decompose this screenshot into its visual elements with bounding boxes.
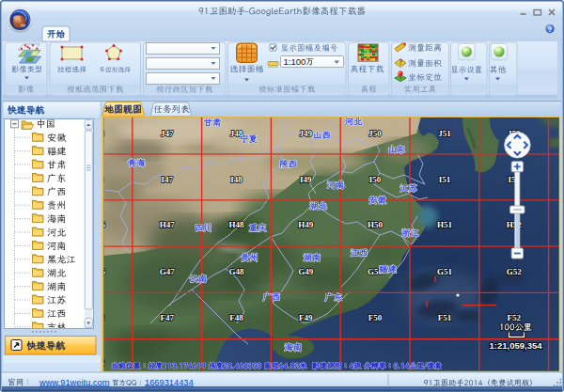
svg-text:G49: G49 <box>298 267 314 276</box>
svg-text:J47: J47 <box>161 129 174 138</box>
svg-text:I48: I48 <box>230 175 243 184</box>
svg-text:F48: F48 <box>229 313 243 322</box>
svg-text:F52: F52 <box>507 313 521 322</box>
svg-text:J49: J49 <box>300 129 313 138</box>
svg-text:1:21,059,354: 1:21,059,354 <box>490 340 543 351</box>
svg-text:H50: H50 <box>368 220 384 229</box>
svg-text:H48: H48 <box>228 220 244 229</box>
svg-text:H51: H51 <box>437 220 453 229</box>
svg-text:1:100: 1:100 <box>284 56 306 67</box>
svg-text:I51: I51 <box>439 175 451 184</box>
svg-text:F49: F49 <box>299 313 313 322</box>
svg-text:H47: H47 <box>160 220 176 229</box>
svg-text:J50: J50 <box>368 129 382 138</box>
svg-text:F47: F47 <box>160 313 174 322</box>
svg-text:G52: G52 <box>507 267 523 276</box>
svg-text:?: ? <box>548 25 553 34</box>
svg-text:J51: J51 <box>438 129 451 138</box>
svg-text:I47: I47 <box>161 175 173 184</box>
svg-text:H49: H49 <box>298 220 314 229</box>
svg-text:G51: G51 <box>437 267 453 276</box>
svg-text:www.91weitu.com: www.91weitu.com <box>39 378 110 387</box>
svg-text:F51: F51 <box>438 313 452 322</box>
svg-text:?: ? <box>399 58 402 67</box>
svg-text:I49: I49 <box>300 175 312 184</box>
svg-text:F50: F50 <box>368 313 383 322</box>
svg-text:1669314434: 1669314434 <box>145 378 194 387</box>
svg-text:G47: G47 <box>160 267 176 276</box>
svg-text:G48: G48 <box>228 267 244 276</box>
svg-text:I50: I50 <box>369 175 382 184</box>
